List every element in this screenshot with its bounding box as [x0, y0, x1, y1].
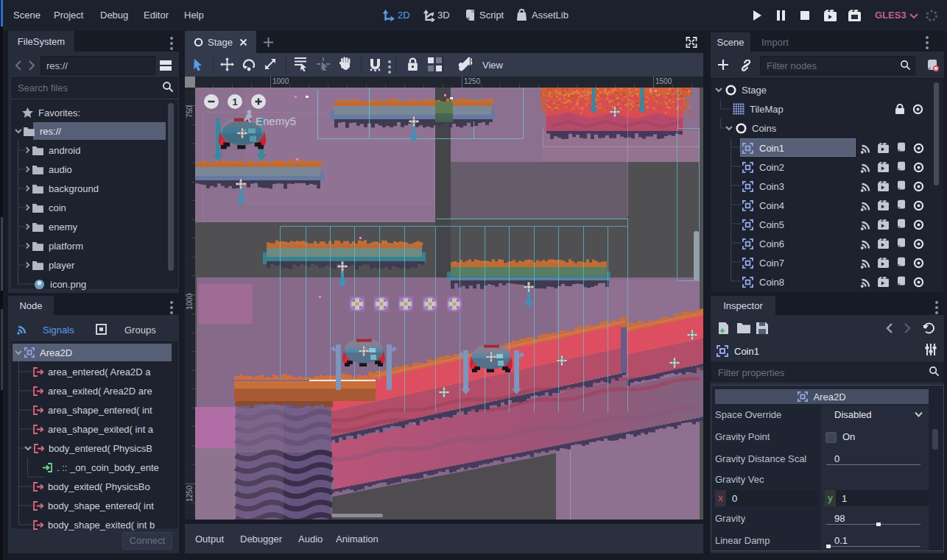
svg-text:Enemy5: Enemy5 — [256, 115, 296, 127]
svg-text:1: 1 — [232, 96, 237, 107]
